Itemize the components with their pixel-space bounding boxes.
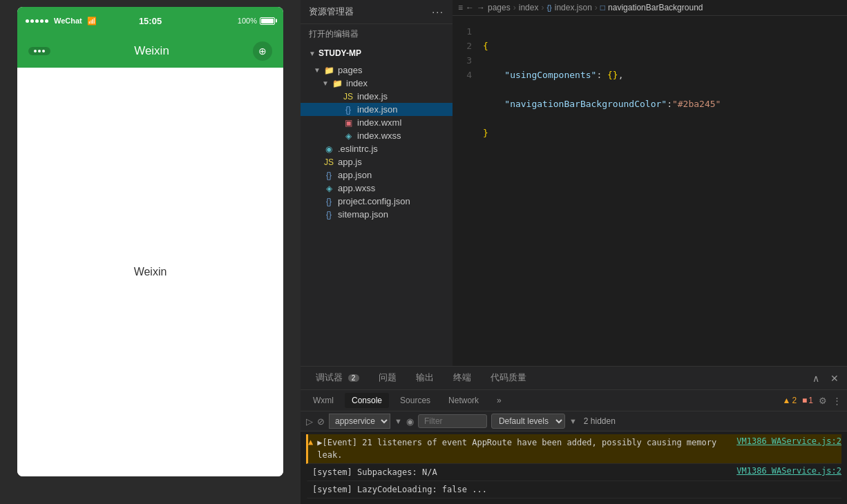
console-execute-icon[interactable]: ▷ <box>306 416 313 427</box>
tree-item-project-config[interactable]: {} project.config.json <box>301 195 453 208</box>
settings-icon[interactable]: ⚙ <box>819 396 827 406</box>
phone-frame: WeChat 📶 15:05 100% Weixin ⊕ <box>17 7 283 476</box>
breadcrumb-pages[interactable]: pages <box>488 3 511 12</box>
tree-item-index-js[interactable]: JS index.js <box>301 90 453 103</box>
devtools-tab-network-label: Network <box>448 396 479 405</box>
tab-problems-label: 问题 <box>379 372 397 382</box>
tree-item-index-wxss[interactable]: ◈ index.wxss <box>301 129 453 142</box>
tree-item-app-js[interactable]: JS app.js <box>301 155 453 168</box>
devtools-right-icons: ▲ 2 ■ 1 ⚙ ⋮ <box>782 396 841 406</box>
tree-item-index-folder[interactable]: ▼ 📁 index <box>301 77 453 90</box>
explorer-header: 资源管理器 ··· <box>301 0 453 24</box>
tab-quality[interactable]: 代码质量 <box>481 367 536 389</box>
tab-debugger-label: 调试器 <box>316 372 343 382</box>
circle-icon: ⊕ <box>258 46 267 57</box>
tab-output[interactable]: 输出 <box>406 367 444 389</box>
editor-breadcrumb: ≡ ← → pages › index › {} index.json › □ … <box>453 0 847 16</box>
breadcrumb-toolbar-icon: ≡ <box>458 3 463 12</box>
tree-label-sitemap: sitemap.json <box>338 209 388 220</box>
project-arrow: ▼ <box>309 50 316 57</box>
levels-select[interactable]: Default levels <box>491 414 565 429</box>
appservice-select[interactable]: appservice <box>329 414 390 429</box>
console-clear-icon[interactable]: ⊘ <box>317 416 325 427</box>
tree-item-app-wxss[interactable]: ◈ app.wxss <box>301 182 453 195</box>
devtools-tab-console[interactable]: Console <box>345 393 389 408</box>
line-num-2: 2 <box>453 39 472 53</box>
project-name-section[interactable]: ▼ STUDY-MP <box>301 44 453 62</box>
comma-1: , <box>618 68 624 82</box>
breadcrumb-sep-1: › <box>513 3 516 12</box>
tree-item-index-wxml[interactable]: ▣ index.wxml <box>301 116 453 129</box>
status-time: 15:05 <box>139 16 162 26</box>
bottom-tabs-left: 调试器 2 问题 输出 终端 代码质量 <box>306 367 536 389</box>
more-options-icon[interactable]: ⋮ <box>832 396 841 406</box>
breadcrumb-sep-3: › <box>595 3 598 12</box>
devtools-tab-sources-label: Sources <box>400 396 430 405</box>
tab-output-label: 输出 <box>416 372 434 382</box>
open-editors-section[interactable]: 打开的编辑器 <box>301 24 453 44</box>
tree-item-app-json[interactable]: {} app.json <box>301 168 453 182</box>
dropdown-arrow: ▼ <box>394 417 402 425</box>
panel-expand-icon[interactable]: ∧ <box>810 371 822 385</box>
tree-item-pages[interactable]: ▼ 📁 pages <box>301 64 453 77</box>
phone-content-text: Weixin <box>134 266 167 278</box>
bottom-tabs-bar: 调试器 2 问题 输出 终端 代码质量 ∧ ✕ <box>301 367 847 390</box>
devtools-tab-sources[interactable]: Sources <box>393 393 437 408</box>
console-link-2[interactable]: VM1386 WAService.js:2 <box>736 466 841 476</box>
devtools-tab-wxml[interactable]: Wxml <box>306 393 341 408</box>
wxss-icon-app: ◈ <box>323 184 335 193</box>
filter-input[interactable] <box>418 414 487 428</box>
code-content[interactable]: { "usingComponents": {}, "navigationBarB… <box>477 16 847 366</box>
line-num-1: 1 <box>453 24 472 39</box>
status-right: 100% <box>238 17 275 25</box>
wifi-icon: 📶 <box>87 17 97 26</box>
phone-nav-circle-button[interactable]: ⊕ <box>253 41 272 61</box>
tree-label-index-wxml: index.wxml <box>357 117 401 128</box>
carrier-label: WeChat <box>54 17 82 25</box>
tree-item-index-json[interactable]: {} index.json <box>301 103 453 116</box>
tree-arrow-index: ▼ <box>320 79 331 87</box>
breadcrumb-forward-icon[interactable]: → <box>477 3 485 12</box>
tree-label-app-wxss: app.wxss <box>338 183 375 193</box>
json-icon-index: {} <box>342 105 354 115</box>
brace-open: { <box>483 39 488 53</box>
signal-dots <box>26 19 48 23</box>
code-line-3: "navigationBarBackgroundColor":"#2ba245" <box>483 97 847 111</box>
ide-main: 资源管理器 ··· 打开的编辑器 ▼ STUDY-MP ▼ 📁 pages ▼ … <box>301 0 847 366</box>
tab-debugger[interactable]: 调试器 2 <box>306 367 369 389</box>
explorer-menu-icon[interactable]: ··· <box>432 6 444 17</box>
tree-label-pages: pages <box>338 65 362 75</box>
value-navBgColor: "#2ba245" <box>672 97 721 111</box>
tree-item-sitemap[interactable]: {} sitemap.json <box>301 208 453 221</box>
tree-item-eslintrc[interactable]: ◉ .eslintrc.js <box>301 142 453 155</box>
console-line-2: [system] Subpackages: N/A VM1386 WAServi… <box>306 464 841 481</box>
breadcrumb-nav-bg[interactable]: navigationBarBackground <box>608 3 703 12</box>
project-name: STUDY-MP <box>318 48 361 58</box>
breadcrumb-index-json[interactable]: index.json <box>555 3 592 12</box>
breadcrumb-index[interactable]: index <box>519 3 539 12</box>
eye-icon[interactable]: ◉ <box>406 416 414 427</box>
breadcrumb-back-icon[interactable]: ← <box>466 3 474 12</box>
devtools-tab-more[interactable]: » <box>490 393 508 408</box>
panel-close-icon[interactable]: ✕ <box>828 371 841 385</box>
file-explorer: 资源管理器 ··· 打开的编辑器 ▼ STUDY-MP ▼ 📁 pages ▼ … <box>301 0 453 366</box>
devtools-tab-more-label: » <box>497 396 502 405</box>
console-line-3: [system] LazyCodeLoading: false ... <box>306 481 841 498</box>
devtools-tab-console-label: Console <box>352 396 382 405</box>
tab-terminal[interactable]: 终端 <box>444 367 481 389</box>
eslint-icon: ◉ <box>323 144 335 154</box>
explorer-header-title: 资源管理器 <box>309 6 354 18</box>
signal-dot-2 <box>30 19 34 23</box>
tree-label-index-folder: index <box>346 78 368 88</box>
nav-dots-button[interactable] <box>28 47 50 55</box>
line-numbers: 1 2 3 4 <box>453 16 477 366</box>
brace-obj: {} <box>607 68 618 82</box>
signal-dot-3 <box>35 19 39 23</box>
warning-icon-1: ▲ <box>308 437 313 447</box>
bottom-tabs-right: ∧ ✕ <box>810 371 841 385</box>
breadcrumb-sep-2: › <box>541 3 544 12</box>
tab-problems[interactable]: 问题 <box>369 367 406 389</box>
devtools-tab-network[interactable]: Network <box>441 393 486 408</box>
folder-icon-index: 📁 <box>331 79 343 88</box>
console-link-1[interactable]: VM1386 WAService.js:2 <box>736 436 841 446</box>
